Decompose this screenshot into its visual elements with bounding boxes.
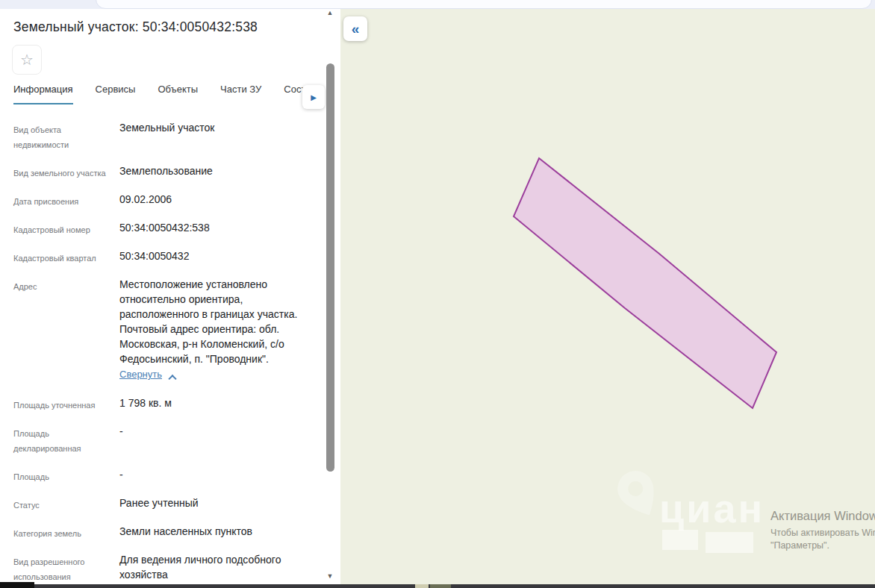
- parcel-polygon[interactable]: [514, 158, 776, 408]
- field-label: Статус: [13, 495, 119, 513]
- field-value-wrap: Земельный участок: [119, 120, 315, 152]
- field-row: Кадастровый номер50:34:0050432:538: [13, 220, 315, 237]
- field-value-wrap: 1 798 кв. м: [119, 395, 315, 413]
- field-row: Площадь декларированная-: [13, 424, 315, 456]
- star-icon: ☆: [20, 51, 34, 69]
- field-value: -: [119, 424, 315, 439]
- field-row: СтатусРанее учтенный: [13, 495, 315, 513]
- field-value-wrap: Земли населенных пунктов: [119, 524, 315, 541]
- taskbar-icon-edge: [430, 584, 451, 588]
- field-row: Вид разрешенного использованияДля ведени…: [13, 552, 315, 584]
- address-bar-edge[interactable]: [96, 0, 872, 9]
- map-canvas[interactable]: циан Активация Windows Чтобы активироват…: [340, 9, 875, 584]
- field-value: 50:34:0050432:538: [119, 220, 315, 235]
- field-row: Дата присвоения09.02.2006: [13, 192, 315, 209]
- field-label: Вид земельного участка: [13, 163, 119, 181]
- field-value-wrap: -: [119, 424, 315, 456]
- field-value: -: [119, 467, 315, 482]
- field-value-wrap: -: [119, 467, 315, 484]
- tab-4[interactable]: Части ЗУ: [220, 84, 261, 104]
- field-label: Вид разрешенного использования: [13, 552, 119, 584]
- field-label: Категория земель: [13, 524, 119, 541]
- collapse-panel-button[interactable]: «: [343, 16, 367, 41]
- field-value: Местоположение установлено относительно …: [119, 277, 315, 366]
- activation-line2: Чтобы активировать Windows,: [770, 528, 875, 538]
- field-value-wrap: 50:34:0050432: [119, 248, 315, 266]
- field-label: Площадь уточненная: [13, 395, 119, 413]
- field-label: Адрес: [13, 277, 119, 384]
- taskbar-icon-edge: [415, 584, 429, 588]
- field-row: Вид земельного участкаЗемлепользование: [13, 163, 315, 181]
- field-value-wrap: Для ведения личного подсобного хозяйства: [119, 552, 315, 584]
- double-chevron-left-icon: «: [352, 21, 360, 37]
- field-row: Категория земельЗемли населенных пунктов: [13, 524, 315, 541]
- field-value: Земли населенных пунктов: [119, 524, 315, 539]
- activation-line3: "Параметры".: [770, 540, 875, 551]
- field-value: Земельный участок: [119, 120, 315, 135]
- field-row: АдресМестоположение установлено относите…: [13, 277, 315, 384]
- tabs-scroll-right-button[interactable]: ▶: [302, 85, 325, 109]
- field-label: Площадь: [13, 467, 119, 484]
- field-value: 50:34:0050432: [119, 248, 315, 263]
- field-value-wrap: 50:34:0050432:538: [119, 220, 315, 237]
- collapse-address-link[interactable]: Свернуть: [119, 369, 162, 380]
- chevron-right-icon: ▶: [311, 93, 317, 101]
- field-value: Для ведения личного подсобного хозяйства: [119, 552, 315, 582]
- panel-scrollbar-thumb[interactable]: [326, 63, 334, 472]
- scroll-up-arrow[interactable]: ▲: [325, 7, 335, 18]
- favorite-button[interactable]: ☆: [12, 45, 42, 75]
- parcel-info-panel: Земельный участок: 50:34:0050432:538 ☆ И…: [0, 9, 340, 584]
- field-value-wrap: Ранее учтенный: [119, 495, 315, 513]
- chevron-up-icon[interactable]: [168, 375, 176, 383]
- field-value-wrap: Местоположение установлено относительно …: [119, 277, 315, 381]
- field-label: Дата присвоения: [13, 192, 119, 209]
- page-title: Земельный участок: 50:34:0050432:538: [13, 19, 258, 35]
- field-value: 09.02.2006: [119, 192, 315, 207]
- windows-activation-watermark: Активация Windows Чтобы активировать Win…: [770, 509, 875, 551]
- field-value: 1 798 кв. м: [119, 395, 315, 410]
- field-row: Вид объекта недвижимостиЗемельный участо…: [13, 120, 315, 152]
- field-label: Площадь декларированная: [13, 424, 119, 456]
- parcel-layer: [340, 9, 875, 584]
- tab-bar: ИнформацияСервисыОбъектыЧасти ЗУСоста: [13, 84, 311, 104]
- field-list: Вид объекта недвижимостиЗемельный участо…: [13, 120, 315, 584]
- field-row: Площадь уточненная1 798 кв. м: [13, 395, 315, 413]
- scroll-down-arrow[interactable]: ▼: [325, 571, 335, 581]
- horizontal-scrollbar-thumb[interactable]: [0, 582, 34, 588]
- field-label: Кадастровый номер: [13, 220, 119, 237]
- browser-strip: [0, 0, 875, 9]
- tab-1[interactable]: Информация: [13, 84, 73, 104]
- field-value: Ранее учтенный: [119, 495, 315, 510]
- field-label: Вид объекта недвижимости: [13, 120, 119, 152]
- activation-line1: Активация Windows: [770, 509, 875, 523]
- tab-2[interactable]: Сервисы: [96, 84, 136, 104]
- field-value: Землепользование: [119, 163, 315, 178]
- field-value-wrap: 09.02.2006: [119, 192, 315, 209]
- app-window: Земельный участок: 50:34:0050432:538 ☆ И…: [0, 0, 875, 588]
- field-label: Кадастровый квартал: [13, 248, 119, 266]
- field-value-wrap: Землепользование: [119, 163, 315, 181]
- field-row: Площадь-: [13, 467, 315, 484]
- field-row: Кадастровый квартал50:34:0050432: [13, 248, 315, 266]
- tab-3[interactable]: Объекты: [158, 84, 198, 104]
